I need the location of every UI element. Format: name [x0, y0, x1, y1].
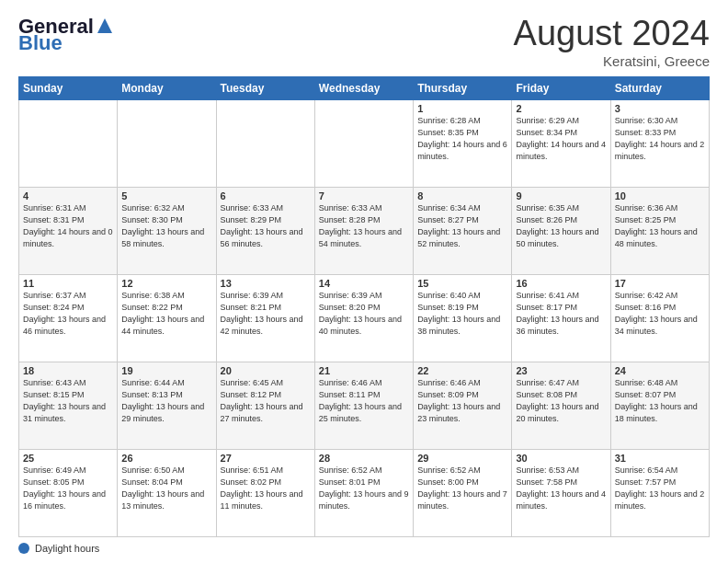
day-number: 7 [319, 190, 409, 201]
day-number: 3 [615, 103, 705, 114]
day-number: 11 [23, 278, 113, 289]
day-cell: 3 Sunrise: 6:30 AMSunset: 8:33 PMDayligh… [610, 99, 709, 187]
day-info: Sunrise: 6:40 AMSunset: 8:19 PMDaylight:… [417, 290, 507, 338]
week-row-4: 18 Sunrise: 6:43 AMSunset: 8:15 PMDaylig… [19, 362, 710, 449]
month-title: August 2024 [514, 15, 710, 53]
day-header-friday: Friday [512, 76, 610, 99]
day-info: Sunrise: 6:46 AMSunset: 8:09 PMDaylight:… [417, 377, 507, 425]
day-number: 10 [615, 190, 705, 201]
day-header-tuesday: Tuesday [216, 76, 314, 99]
day-header-saturday: Saturday [610, 76, 709, 99]
day-cell [314, 99, 413, 187]
day-cell: 13 Sunrise: 6:39 AMSunset: 8:21 PMDaylig… [216, 274, 314, 362]
day-cell: 22 Sunrise: 6:46 AMSunset: 8:09 PMDaylig… [414, 362, 512, 449]
day-number: 21 [319, 365, 409, 376]
day-cell: 1 Sunrise: 6:28 AMSunset: 8:35 PMDayligh… [414, 99, 512, 187]
header: General Blue August 2024 Keratsini, Gree… [18, 15, 710, 69]
day-info: Sunrise: 6:36 AMSunset: 8:25 PMDaylight:… [615, 202, 705, 250]
day-cell [19, 99, 118, 187]
header-row: SundayMondayTuesdayWednesdayThursdayFrid… [19, 76, 710, 99]
day-cell: 15 Sunrise: 6:40 AMSunset: 8:19 PMDaylig… [414, 274, 512, 362]
day-cell: 25 Sunrise: 6:49 AMSunset: 8:05 PMDaylig… [19, 449, 118, 536]
day-number: 25 [23, 453, 113, 464]
day-info: Sunrise: 6:39 AMSunset: 8:21 PMDaylight:… [221, 290, 311, 338]
day-cell: 11 Sunrise: 6:37 AMSunset: 8:24 PMDaylig… [19, 274, 118, 362]
day-number: 24 [615, 365, 705, 376]
day-info: Sunrise: 6:33 AMSunset: 8:28 PMDaylight:… [319, 202, 409, 250]
day-number: 31 [615, 453, 705, 464]
day-info: Sunrise: 6:33 AMSunset: 8:29 PMDaylight:… [221, 202, 311, 250]
day-cell: 23 Sunrise: 6:47 AMSunset: 8:08 PMDaylig… [512, 362, 610, 449]
day-cell: 27 Sunrise: 6:51 AMSunset: 8:02 PMDaylig… [216, 449, 314, 536]
day-number: 26 [121, 453, 211, 464]
day-cell: 9 Sunrise: 6:35 AMSunset: 8:26 PMDayligh… [512, 187, 610, 274]
day-number: 17 [615, 278, 705, 289]
day-number: 9 [516, 190, 606, 201]
day-cell: 7 Sunrise: 6:33 AMSunset: 8:28 PMDayligh… [314, 187, 413, 274]
day-cell: 28 Sunrise: 6:52 AMSunset: 8:01 PMDaylig… [314, 449, 413, 536]
day-cell [118, 99, 216, 187]
calendar-table: SundayMondayTuesdayWednesdayThursdayFrid… [18, 76, 710, 537]
day-cell: 8 Sunrise: 6:34 AMSunset: 8:27 PMDayligh… [414, 187, 512, 274]
day-cell: 5 Sunrise: 6:32 AMSunset: 8:30 PMDayligh… [118, 187, 216, 274]
day-info: Sunrise: 6:41 AMSunset: 8:17 PMDaylight:… [516, 290, 606, 338]
day-cell: 26 Sunrise: 6:50 AMSunset: 8:04 PMDaylig… [118, 449, 216, 536]
day-info: Sunrise: 6:31 AMSunset: 8:31 PMDaylight:… [23, 202, 113, 250]
day-number: 23 [516, 365, 606, 376]
day-header-thursday: Thursday [414, 76, 512, 99]
day-cell: 16 Sunrise: 6:41 AMSunset: 8:17 PMDaylig… [512, 274, 610, 362]
day-info: Sunrise: 6:48 AMSunset: 8:07 PMDaylight:… [615, 377, 705, 425]
day-info: Sunrise: 6:28 AMSunset: 8:35 PMDaylight:… [417, 115, 507, 163]
day-cell: 24 Sunrise: 6:48 AMSunset: 8:07 PMDaylig… [610, 362, 709, 449]
day-info: Sunrise: 6:43 AMSunset: 8:15 PMDaylight:… [23, 377, 113, 425]
day-number: 14 [319, 278, 409, 289]
day-info: Sunrise: 6:35 AMSunset: 8:26 PMDaylight:… [516, 202, 606, 250]
day-cell: 12 Sunrise: 6:38 AMSunset: 8:22 PMDaylig… [118, 274, 216, 362]
day-info: Sunrise: 6:32 AMSunset: 8:30 PMDaylight:… [121, 202, 211, 250]
day-cell: 17 Sunrise: 6:42 AMSunset: 8:16 PMDaylig… [610, 274, 709, 362]
svg-marker-0 [97, 18, 112, 33]
footer-dot [18, 543, 29, 554]
day-cell: 31 Sunrise: 6:54 AMSunset: 7:57 PMDaylig… [610, 449, 709, 536]
logo: General Blue [18, 15, 116, 55]
day-cell: 2 Sunrise: 6:29 AMSunset: 8:34 PMDayligh… [512, 99, 610, 187]
day-number: 20 [221, 365, 311, 376]
day-cell: 21 Sunrise: 6:46 AMSunset: 8:11 PMDaylig… [314, 362, 413, 449]
week-row-2: 4 Sunrise: 6:31 AMSunset: 8:31 PMDayligh… [19, 187, 710, 274]
day-info: Sunrise: 6:39 AMSunset: 8:20 PMDaylight:… [319, 290, 409, 338]
week-row-1: 1 Sunrise: 6:28 AMSunset: 8:35 PMDayligh… [19, 99, 710, 187]
day-number: 5 [121, 190, 211, 201]
day-info: Sunrise: 6:47 AMSunset: 8:08 PMDaylight:… [516, 377, 606, 425]
day-cell: 29 Sunrise: 6:52 AMSunset: 8:00 PMDaylig… [414, 449, 512, 536]
day-header-wednesday: Wednesday [314, 76, 413, 99]
day-info: Sunrise: 6:34 AMSunset: 8:27 PMDaylight:… [417, 202, 507, 250]
day-number: 27 [221, 453, 311, 464]
footer-label: Daylight hours [35, 543, 99, 554]
day-info: Sunrise: 6:46 AMSunset: 8:11 PMDaylight:… [319, 377, 409, 425]
day-info: Sunrise: 6:45 AMSunset: 8:12 PMDaylight:… [221, 377, 311, 425]
day-number: 29 [417, 453, 507, 464]
day-info: Sunrise: 6:42 AMSunset: 8:16 PMDaylight:… [615, 290, 705, 338]
page: General Blue August 2024 Keratsini, Gree… [0, 0, 728, 563]
day-number: 1 [417, 103, 507, 114]
day-info: Sunrise: 6:38 AMSunset: 8:22 PMDaylight:… [121, 290, 211, 338]
week-row-5: 25 Sunrise: 6:49 AMSunset: 8:05 PMDaylig… [19, 449, 710, 536]
day-number: 6 [221, 190, 311, 201]
day-info: Sunrise: 6:49 AMSunset: 8:05 PMDaylight:… [23, 465, 113, 512]
logo-blue: Blue [18, 31, 63, 55]
day-cell: 4 Sunrise: 6:31 AMSunset: 8:31 PMDayligh… [19, 187, 118, 274]
day-info: Sunrise: 6:37 AMSunset: 8:24 PMDaylight:… [23, 290, 113, 338]
day-header-sunday: Sunday [19, 76, 118, 99]
day-number: 8 [417, 190, 507, 201]
day-number: 16 [516, 278, 606, 289]
logo-icon [96, 17, 114, 37]
day-cell: 10 Sunrise: 6:36 AMSunset: 8:25 PMDaylig… [610, 187, 709, 274]
day-number: 2 [516, 103, 606, 114]
day-cell [216, 99, 314, 187]
day-info: Sunrise: 6:54 AMSunset: 7:57 PMDaylight:… [615, 465, 705, 512]
day-cell: 20 Sunrise: 6:45 AMSunset: 8:12 PMDaylig… [216, 362, 314, 449]
day-cell: 30 Sunrise: 6:53 AMSunset: 7:58 PMDaylig… [512, 449, 610, 536]
day-cell: 6 Sunrise: 6:33 AMSunset: 8:29 PMDayligh… [216, 187, 314, 274]
day-info: Sunrise: 6:50 AMSunset: 8:04 PMDaylight:… [121, 465, 211, 512]
day-info: Sunrise: 6:29 AMSunset: 8:34 PMDaylight:… [516, 115, 606, 163]
